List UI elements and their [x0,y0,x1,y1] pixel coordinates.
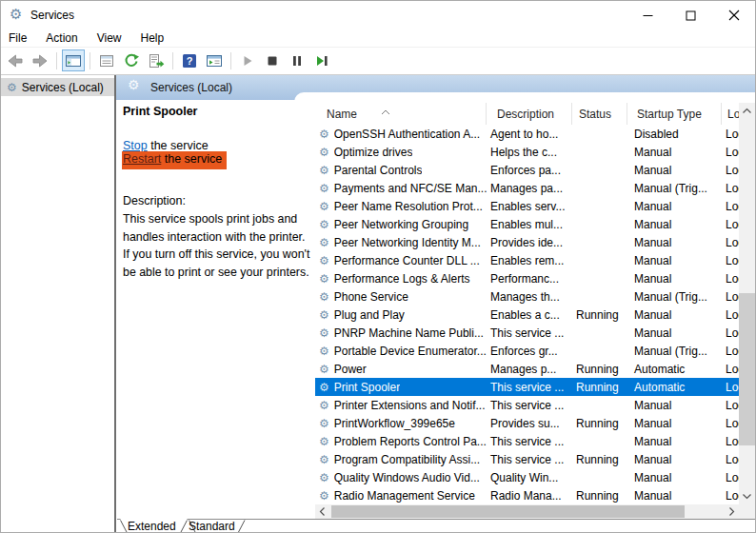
table-row[interactable]: ⚙Portable Device Enumerator...Enforces g… [315,342,739,360]
column-header-name[interactable]: Name [315,103,487,125]
table-row[interactable]: ⚙Phone ServiceManages th...Manual (Trig.… [315,287,739,306]
table-row[interactable]: ⚙Performance Logs & AlertsPerformanc...M… [315,269,739,287]
service-startup-type-cell: Manual [627,489,722,503]
column-header-startup-type[interactable]: Startup Type [627,103,722,125]
service-gear-icon: ⚙ [319,345,329,357]
stop-service-line: Stop the service [123,139,209,152]
service-name: Payments and NFC/SE Man... [334,182,487,195]
maximize-button[interactable] [669,1,712,30]
table-row[interactable]: ⚙Performance Counter DLL ...Enables rem.… [315,251,739,269]
table-row[interactable]: ⚙Quality Windows Audio Vid...Quality Win… [315,468,739,486]
table-row[interactable]: ⚙PrintWorkflow_399e65eProvides su...Runn… [315,414,739,432]
table-row[interactable]: ⚙OpenSSH Authentication A...Agent to ho.… [315,125,739,143]
service-status-cell: Running [572,381,627,394]
minimize-button[interactable] [627,1,669,30]
table-row[interactable]: ⚙Parental ControlsEnforces pa...ManualLo… [315,161,739,179]
service-description-cell: Provides su... [487,417,572,430]
services-gear-icon: ⚙ [128,79,140,90]
toolbar-separator [230,52,231,69]
table-row[interactable]: ⚙Peer Networking Identity M...Provides i… [315,233,739,251]
table-row[interactable]: ⚙Optimize drivesHelps the c...ManualLoca [315,143,739,161]
console-tree-panel: ⚙ Services (Local) [1,75,114,532]
service-log-on-as-cell: Loca [722,363,739,376]
table-row[interactable]: ⚙Problem Reports Control Pa...This servi… [315,432,739,450]
service-gear-icon: ⚙ [319,418,329,429]
help-icon[interactable]: ? [178,49,201,71]
properties-icon[interactable] [95,49,118,71]
table-row[interactable]: ⚙Peer Networking GroupingEnables mul...M… [315,215,739,233]
menu-action[interactable]: Action [36,30,87,47]
vertical-scroll-thumb[interactable] [739,293,755,445]
service-name: Parental Controls [334,164,423,177]
service-gear-icon: ⚙ [319,219,329,230]
vertical-scrollbar[interactable] [739,103,755,504]
table-row[interactable]: ⚙Peer Name Resolution Prot...Enables ser… [315,197,739,215]
service-log-on-as-cell: Loca [722,489,739,503]
service-log-on-as-cell: Loca [722,254,739,267]
service-startup-type-cell: Manual [627,471,722,484]
service-description-cell: Manages th... [487,290,572,304]
table-row[interactable]: ⚙PNRP Machine Name Publi...This service … [315,324,739,342]
service-log-on-as-cell: Loca [722,290,739,304]
service-log-on-as-cell: Loca [722,128,739,141]
service-startup-type-cell: Manual (Trig... [627,182,722,195]
forward-icon[interactable] [29,49,51,71]
close-button[interactable] [712,1,755,30]
menu-file[interactable]: File [1,30,36,47]
restart-service-link[interactable]: Restart [123,152,161,166]
menu-view[interactable]: View [88,30,131,47]
show-extended-pane-icon[interactable] [203,49,226,71]
column-header-log-on-as[interactable]: Log [722,103,739,125]
horizontal-scrollbar[interactable] [315,504,739,519]
table-row[interactable]: ⚙Payments and NFC/SE Man...Manages pa...… [315,179,739,197]
export-list-icon[interactable] [145,49,168,71]
table-row[interactable]: ⚙Print SpoolerThis service ...RunningAut… [315,378,739,396]
service-startup-type-cell: Automatic [627,381,722,394]
table-row[interactable]: ⚙Program Compatibility Assi...This servi… [315,450,739,468]
table-row[interactable]: ⚙Plug and PlayEnables a c...RunningManua… [315,306,739,324]
table-row[interactable]: ⚙PowerManages p...RunningAutomaticLoca [315,360,739,378]
horizontal-scroll-thumb[interactable] [331,505,685,518]
service-gear-icon: ⚙ [319,128,329,140]
services-window: ⚙ Services File Action View Help [0,0,756,533]
service-startup-type-cell: Manual (Trig... [627,290,722,304]
service-name: Peer Name Resolution Prot... [334,200,483,213]
service-gear-icon: ⚙ [319,327,329,339]
service-description: This service spools print jobs and handl… [123,210,309,281]
service-gear-icon: ⚙ [319,291,329,303]
scroll-down-icon[interactable] [739,488,755,504]
menu-help[interactable]: Help [131,30,174,47]
service-log-on-as-cell: Loca [722,435,739,448]
service-name: Printer Extensions and Notif... [334,399,486,412]
service-description-cell: Enables serv... [487,200,572,213]
show-console-tree-icon[interactable] [62,49,85,71]
service-name: Power [334,363,367,376]
tab-extended[interactable]: Extended [128,520,176,533]
service-startup-type-cell: Manual [627,200,722,213]
table-body: ⚙OpenSSH Authentication A...Agent to ho.… [315,125,739,504]
stop-service-link[interactable]: Stop [123,139,148,152]
service-gear-icon: ⚙ [319,309,329,321]
refresh-icon[interactable] [120,49,143,71]
scroll-left-icon[interactable] [315,504,329,519]
service-startup-type-cell: Manual [627,272,722,286]
service-description-cell: Enables a c... [487,308,572,322]
table-row[interactable]: ⚙Radio Management ServiceRadio Mana...Ru… [315,486,739,504]
stop-service-icon[interactable] [261,49,284,71]
service-startup-type-cell: Manual [627,453,722,466]
scrollbar-corner [739,504,755,519]
scroll-right-icon[interactable] [725,504,739,519]
service-startup-type-cell: Manual [627,254,722,267]
table-row[interactable]: ⚙Printer Extensions and Notif...This ser… [315,396,739,414]
pause-service-icon[interactable] [286,49,308,71]
restart-service-icon[interactable] [310,49,333,71]
service-log-on-as-cell: Loca [722,146,739,159]
tab-standard[interactable]: Standard [189,520,235,533]
back-icon[interactable] [4,49,27,71]
tree-item-services-local[interactable]: ⚙ Services (Local) [1,78,114,96]
start-service-icon[interactable] [236,49,259,71]
scroll-up-icon[interactable] [739,103,755,119]
column-header-description[interactable]: Description [487,103,572,125]
column-header-status[interactable]: Status [572,103,627,125]
service-name: Performance Counter DLL ... [334,254,480,267]
